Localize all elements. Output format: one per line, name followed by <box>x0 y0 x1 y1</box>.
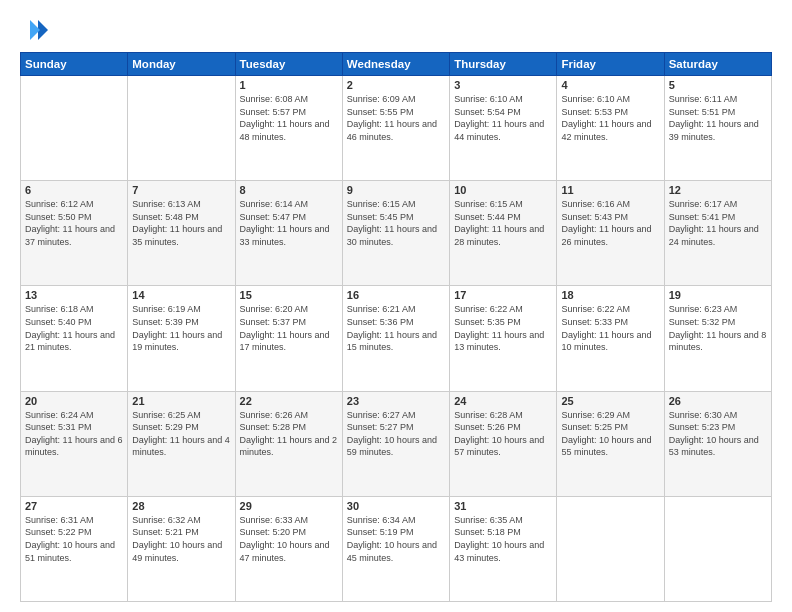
day-number: 24 <box>454 395 552 407</box>
calendar-cell <box>557 496 664 601</box>
day-number: 28 <box>132 500 230 512</box>
calendar-cell: 5Sunrise: 6:11 AM Sunset: 5:51 PM Daylig… <box>664 76 771 181</box>
calendar-cell: 20Sunrise: 6:24 AM Sunset: 5:31 PM Dayli… <box>21 391 128 496</box>
weekday-header-tuesday: Tuesday <box>235 53 342 76</box>
weekday-header-thursday: Thursday <box>450 53 557 76</box>
calendar-cell: 6Sunrise: 6:12 AM Sunset: 5:50 PM Daylig… <box>21 181 128 286</box>
calendar-week-row: 1Sunrise: 6:08 AM Sunset: 5:57 PM Daylig… <box>21 76 772 181</box>
calendar-cell: 2Sunrise: 6:09 AM Sunset: 5:55 PM Daylig… <box>342 76 449 181</box>
day-number: 21 <box>132 395 230 407</box>
day-info: Sunrise: 6:34 AM Sunset: 5:19 PM Dayligh… <box>347 514 445 564</box>
day-info: Sunrise: 6:14 AM Sunset: 5:47 PM Dayligh… <box>240 198 338 248</box>
calendar-cell: 10Sunrise: 6:15 AM Sunset: 5:44 PM Dayli… <box>450 181 557 286</box>
day-info: Sunrise: 6:20 AM Sunset: 5:37 PM Dayligh… <box>240 303 338 353</box>
calendar-cell: 3Sunrise: 6:10 AM Sunset: 5:54 PM Daylig… <box>450 76 557 181</box>
calendar-cell: 17Sunrise: 6:22 AM Sunset: 5:35 PM Dayli… <box>450 286 557 391</box>
day-info: Sunrise: 6:16 AM Sunset: 5:43 PM Dayligh… <box>561 198 659 248</box>
calendar-cell: 13Sunrise: 6:18 AM Sunset: 5:40 PM Dayli… <box>21 286 128 391</box>
weekday-header-friday: Friday <box>557 53 664 76</box>
calendar-cell: 18Sunrise: 6:22 AM Sunset: 5:33 PM Dayli… <box>557 286 664 391</box>
day-info: Sunrise: 6:17 AM Sunset: 5:41 PM Dayligh… <box>669 198 767 248</box>
day-number: 31 <box>454 500 552 512</box>
day-number: 4 <box>561 79 659 91</box>
weekday-header-monday: Monday <box>128 53 235 76</box>
day-number: 8 <box>240 184 338 196</box>
calendar-cell <box>21 76 128 181</box>
weekday-header-sunday: Sunday <box>21 53 128 76</box>
calendar-table: SundayMondayTuesdayWednesdayThursdayFrid… <box>20 52 772 602</box>
day-info: Sunrise: 6:13 AM Sunset: 5:48 PM Dayligh… <box>132 198 230 248</box>
weekday-header-saturday: Saturday <box>664 53 771 76</box>
calendar-cell: 11Sunrise: 6:16 AM Sunset: 5:43 PM Dayli… <box>557 181 664 286</box>
calendar-cell: 25Sunrise: 6:29 AM Sunset: 5:25 PM Dayli… <box>557 391 664 496</box>
calendar-cell: 28Sunrise: 6:32 AM Sunset: 5:21 PM Dayli… <box>128 496 235 601</box>
day-number: 10 <box>454 184 552 196</box>
page: SundayMondayTuesdayWednesdayThursdayFrid… <box>0 0 792 612</box>
day-number: 1 <box>240 79 338 91</box>
day-info: Sunrise: 6:10 AM Sunset: 5:54 PM Dayligh… <box>454 93 552 143</box>
calendar-cell: 19Sunrise: 6:23 AM Sunset: 5:32 PM Dayli… <box>664 286 771 391</box>
calendar-cell: 15Sunrise: 6:20 AM Sunset: 5:37 PM Dayli… <box>235 286 342 391</box>
calendar-cell: 14Sunrise: 6:19 AM Sunset: 5:39 PM Dayli… <box>128 286 235 391</box>
day-number: 17 <box>454 289 552 301</box>
weekday-header-row: SundayMondayTuesdayWednesdayThursdayFrid… <box>21 53 772 76</box>
day-info: Sunrise: 6:31 AM Sunset: 5:22 PM Dayligh… <box>25 514 123 564</box>
day-number: 23 <box>347 395 445 407</box>
day-info: Sunrise: 6:18 AM Sunset: 5:40 PM Dayligh… <box>25 303 123 353</box>
day-info: Sunrise: 6:21 AM Sunset: 5:36 PM Dayligh… <box>347 303 445 353</box>
day-number: 2 <box>347 79 445 91</box>
day-info: Sunrise: 6:10 AM Sunset: 5:53 PM Dayligh… <box>561 93 659 143</box>
day-number: 22 <box>240 395 338 407</box>
day-number: 13 <box>25 289 123 301</box>
day-number: 9 <box>347 184 445 196</box>
logo <box>20 16 52 44</box>
day-info: Sunrise: 6:25 AM Sunset: 5:29 PM Dayligh… <box>132 409 230 459</box>
day-info: Sunrise: 6:08 AM Sunset: 5:57 PM Dayligh… <box>240 93 338 143</box>
calendar-cell: 29Sunrise: 6:33 AM Sunset: 5:20 PM Dayli… <box>235 496 342 601</box>
day-info: Sunrise: 6:32 AM Sunset: 5:21 PM Dayligh… <box>132 514 230 564</box>
calendar-cell: 26Sunrise: 6:30 AM Sunset: 5:23 PM Dayli… <box>664 391 771 496</box>
day-info: Sunrise: 6:24 AM Sunset: 5:31 PM Dayligh… <box>25 409 123 459</box>
day-info: Sunrise: 6:23 AM Sunset: 5:32 PM Dayligh… <box>669 303 767 353</box>
day-info: Sunrise: 6:35 AM Sunset: 5:18 PM Dayligh… <box>454 514 552 564</box>
calendar-week-row: 13Sunrise: 6:18 AM Sunset: 5:40 PM Dayli… <box>21 286 772 391</box>
day-info: Sunrise: 6:09 AM Sunset: 5:55 PM Dayligh… <box>347 93 445 143</box>
logo-icon <box>20 16 48 44</box>
calendar-cell: 21Sunrise: 6:25 AM Sunset: 5:29 PM Dayli… <box>128 391 235 496</box>
calendar-cell: 16Sunrise: 6:21 AM Sunset: 5:36 PM Dayli… <box>342 286 449 391</box>
day-info: Sunrise: 6:15 AM Sunset: 5:45 PM Dayligh… <box>347 198 445 248</box>
calendar-cell: 4Sunrise: 6:10 AM Sunset: 5:53 PM Daylig… <box>557 76 664 181</box>
calendar-cell: 30Sunrise: 6:34 AM Sunset: 5:19 PM Dayli… <box>342 496 449 601</box>
calendar-cell: 31Sunrise: 6:35 AM Sunset: 5:18 PM Dayli… <box>450 496 557 601</box>
day-number: 15 <box>240 289 338 301</box>
day-info: Sunrise: 6:11 AM Sunset: 5:51 PM Dayligh… <box>669 93 767 143</box>
day-info: Sunrise: 6:33 AM Sunset: 5:20 PM Dayligh… <box>240 514 338 564</box>
day-number: 19 <box>669 289 767 301</box>
day-info: Sunrise: 6:30 AM Sunset: 5:23 PM Dayligh… <box>669 409 767 459</box>
day-number: 27 <box>25 500 123 512</box>
calendar-cell: 24Sunrise: 6:28 AM Sunset: 5:26 PM Dayli… <box>450 391 557 496</box>
calendar-cell: 7Sunrise: 6:13 AM Sunset: 5:48 PM Daylig… <box>128 181 235 286</box>
calendar-cell: 23Sunrise: 6:27 AM Sunset: 5:27 PM Dayli… <box>342 391 449 496</box>
day-info: Sunrise: 6:27 AM Sunset: 5:27 PM Dayligh… <box>347 409 445 459</box>
day-info: Sunrise: 6:22 AM Sunset: 5:33 PM Dayligh… <box>561 303 659 353</box>
weekday-header-wednesday: Wednesday <box>342 53 449 76</box>
day-number: 7 <box>132 184 230 196</box>
day-number: 3 <box>454 79 552 91</box>
day-number: 18 <box>561 289 659 301</box>
calendar-week-row: 27Sunrise: 6:31 AM Sunset: 5:22 PM Dayli… <box>21 496 772 601</box>
calendar-cell: 1Sunrise: 6:08 AM Sunset: 5:57 PM Daylig… <box>235 76 342 181</box>
day-number: 25 <box>561 395 659 407</box>
calendar-cell <box>128 76 235 181</box>
calendar-cell: 22Sunrise: 6:26 AM Sunset: 5:28 PM Dayli… <box>235 391 342 496</box>
day-number: 26 <box>669 395 767 407</box>
day-number: 11 <box>561 184 659 196</box>
day-number: 5 <box>669 79 767 91</box>
calendar-week-row: 6Sunrise: 6:12 AM Sunset: 5:50 PM Daylig… <box>21 181 772 286</box>
day-info: Sunrise: 6:22 AM Sunset: 5:35 PM Dayligh… <box>454 303 552 353</box>
calendar-cell <box>664 496 771 601</box>
day-number: 20 <box>25 395 123 407</box>
day-number: 29 <box>240 500 338 512</box>
day-info: Sunrise: 6:26 AM Sunset: 5:28 PM Dayligh… <box>240 409 338 459</box>
day-info: Sunrise: 6:19 AM Sunset: 5:39 PM Dayligh… <box>132 303 230 353</box>
